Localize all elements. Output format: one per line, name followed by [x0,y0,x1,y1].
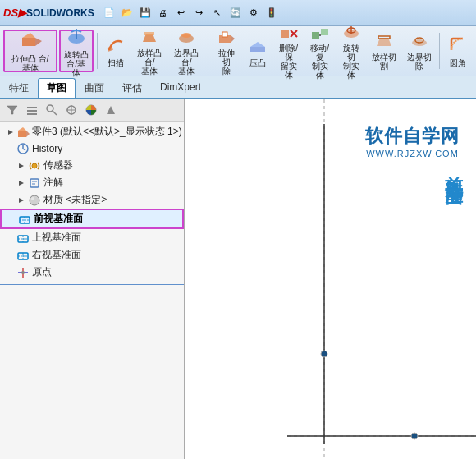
boundary-cut-button[interactable]: 边界切除 [402,30,436,72]
top-plane-label: 上视基准面 [32,231,81,245]
tab-dimxpert[interactable]: DimXpert [151,78,210,98]
separator-2 [208,33,208,69]
crosshair-button[interactable] [62,101,80,119]
revolve-cut-icon [340,22,363,42]
emboss-button[interactable]: 压凸 [243,30,272,72]
feature-tree: 零件3 (默认<<默认>_显示状态 1>) History [0,122,184,459]
save-icon[interactable]: 💾 [137,5,153,21]
material-label: 材质 <未指定> [43,193,107,207]
material-expand-icon [16,195,26,205]
tab-features[interactable]: 特征 [0,78,38,98]
loft-button[interactable]: 放样凸台/基体 [132,30,167,72]
svg-marker-1 [22,33,35,38]
tab-evaluate[interactable]: 评估 [113,78,151,98]
tree-annotations[interactable]: 注解 [0,174,184,191]
svg-rect-4 [107,46,112,52]
svg-rect-43 [30,179,39,187]
undo-icon[interactable]: ↩ [173,5,190,21]
sweep-icon [104,34,127,57]
expand-panel-button[interactable] [102,101,120,119]
quick-access-toolbar: 📄 📂 💾 🖨 ↩ ↪ ↖ 🔄 ⚙ 🚦 [101,5,280,21]
select-icon[interactable]: ↖ [209,5,226,21]
svg-marker-37 [18,127,26,131]
filter-button[interactable] [3,101,21,119]
svg-marker-42 [19,181,24,186]
new-icon[interactable]: 📄 [101,5,117,21]
svg-point-66 [411,433,418,439]
move-copy-button[interactable]: 移动/复制实体 [305,30,335,72]
left-panel: 零件3 (默认<<默认>_显示状态 1>) History [0,99,185,459]
viewport-svg [185,99,476,459]
part-icon [16,126,30,139]
traffic-light-icon[interactable]: 🚦 [263,5,280,21]
extrude-boss-button[interactable]: 拉伸凸 台/基体 [3,30,57,72]
sweep-button[interactable]: 扫描 [101,30,130,72]
svg-rect-27 [27,113,37,115]
move-copy-icon [309,22,332,42]
logo-sw: SOLIDWORKS [26,7,94,19]
annotations-label: 注解 [43,176,63,190]
tabs-bar: 特征 草图 曲面 评估 DimXpert [0,76,476,99]
front-plane-label: 前视基准面 [34,212,83,226]
front-plane-icon [18,213,31,226]
fillet-button[interactable]: 圆角 [443,30,473,72]
history-icon [16,142,30,155]
tab-surface[interactable]: 曲面 [76,78,113,98]
tree-material[interactable]: 材质 <未指定> [0,191,184,209]
search-tree-button[interactable] [43,101,61,119]
svg-point-41 [32,163,37,168]
material-icon [28,194,41,207]
open-icon[interactable]: 📂 [119,5,135,21]
svg-rect-36 [18,131,26,137]
delete-keep-icon [277,22,300,42]
svg-marker-40 [19,163,24,168]
extrude-cut-button[interactable]: 拉伸切除 [212,30,241,72]
tree-front-plane[interactable]: 前视基准面 [0,209,184,229]
svg-marker-11 [231,35,235,43]
title-bar: DS ▶ SOLIDWORKS 📄 📂 💾 🖨 ↩ ↪ ↖ 🔄 ⚙ 🚦 [0,0,476,26]
panel-toolbar [0,99,184,122]
extrude-cut-icon [215,27,238,47]
svg-marker-46 [19,198,24,203]
boundary-boss-icon [175,27,198,47]
sensors-icon [28,159,41,172]
top-plane-icon [16,232,30,245]
revolve-cut-button[interactable]: 旋转切制实体 [336,30,366,72]
emboss-icon [246,34,269,57]
tab-sketch[interactable]: 草图 [38,78,76,98]
svg-point-8 [181,33,191,38]
boundary-boss-button[interactable]: 边界凸台/基体 [169,30,204,72]
viewport[interactable]: 软件自学网 WWW.RJZXW.COM 前视基准面 [185,99,476,459]
rebuild-icon[interactable]: 🔄 [227,5,244,21]
collapse-button[interactable] [23,101,41,119]
tree-root[interactable]: 零件3 (默认<<默认>_显示状态 1>) [0,123,184,140]
svg-marker-2 [35,38,42,46]
tree-history[interactable]: History [0,140,184,157]
sensors-label: 传感器 [43,158,73,172]
svg-marker-34 [107,106,115,114]
history-label: History [32,143,62,154]
svg-point-60 [21,271,25,274]
loft-cut-button[interactable]: 放样切割 [368,30,401,72]
root-expand-icon [7,127,15,137]
fillet-icon [446,34,469,57]
options-icon[interactable]: ⚙ [245,5,262,21]
redo-icon[interactable]: ↪ [191,5,208,21]
app-logo: DS ▶ SOLIDWORKS [3,7,94,19]
sensors-expand-icon [16,161,26,171]
origin-icon [16,266,30,279]
color-scheme-button[interactable] [82,101,100,119]
logo-ds: DS [3,7,18,19]
tree-right-plane[interactable]: 右视基准面 [0,246,184,264]
tree-sensors[interactable]: 传感器 [0,157,184,174]
svg-marker-38 [26,131,30,137]
main-toolbar: 拉伸凸 台/基体 旋转凸台/基体 扫描 [0,26,476,76]
tree-top-plane[interactable]: 上视基准面 [0,229,184,246]
tree-origin[interactable]: 原点 [0,264,184,281]
delete-keep-button[interactable]: 删除/保留实体 [274,30,304,72]
print-icon[interactable]: 🖨 [155,5,172,21]
loft-icon [138,27,161,47]
svg-rect-17 [312,32,319,39]
revolve-boss-button[interactable]: 旋转凸台/基体 [59,30,94,72]
svg-rect-26 [27,110,37,112]
